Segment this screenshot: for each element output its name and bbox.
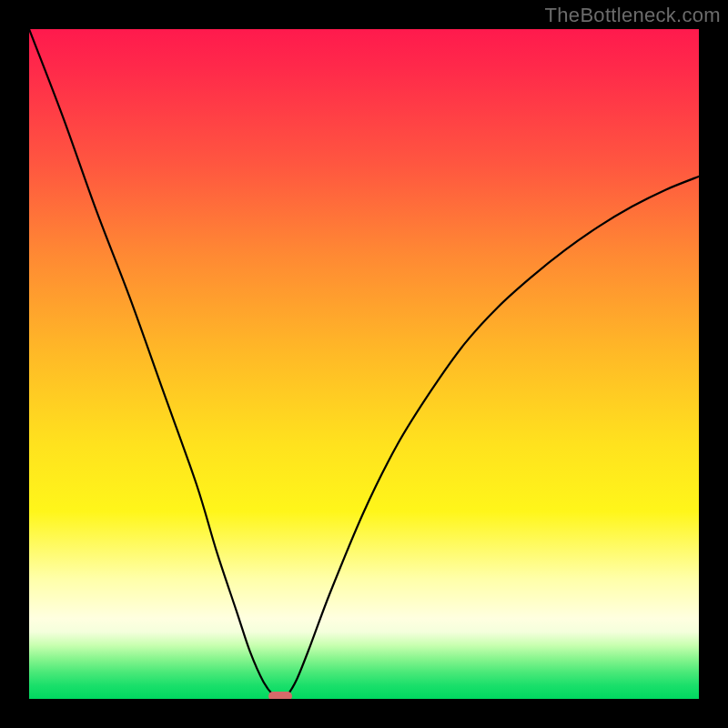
chart-frame: TheBottleneck.com: [0, 0, 728, 728]
minimum-marker: [268, 692, 292, 699]
curve-svg: [29, 29, 699, 699]
plot-area: [29, 29, 699, 699]
watermark-text: TheBottleneck.com: [545, 4, 721, 27]
bottleneck-curve-path: [29, 29, 699, 699]
